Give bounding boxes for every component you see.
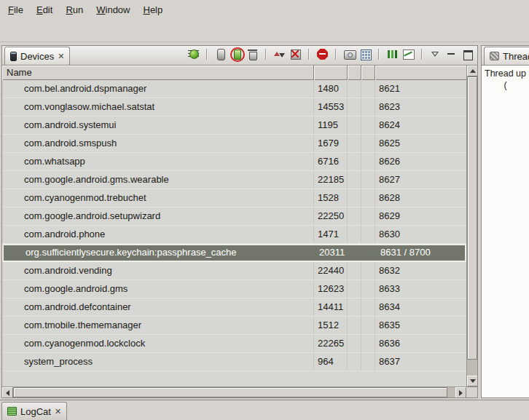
table-cell-g1 xyxy=(348,280,361,298)
stop-process-icon[interactable] xyxy=(316,47,329,60)
scroll-right-icon[interactable] xyxy=(455,387,466,397)
table-cell-port: 8631 / 8700 xyxy=(377,245,465,261)
table-row[interactable]: com.android.phone14718630 xyxy=(2,226,466,244)
table-row[interactable]: org.sufficientlysecure.keychain:passphra… xyxy=(2,244,466,262)
table-row[interactable]: com.vonglasow.michael.satstat145538623 xyxy=(2,98,466,116)
toolbar-separator xyxy=(206,49,208,60)
system-info-icon[interactable] xyxy=(385,47,399,60)
cause-gc-icon[interactable] xyxy=(246,47,259,60)
close-icon[interactable]: ✕ xyxy=(55,408,61,416)
minimize-icon[interactable] xyxy=(444,47,458,60)
table-row[interactable]: com.android.vending224408632 xyxy=(2,262,466,280)
allocation-tracker-icon[interactable] xyxy=(401,47,415,60)
table-row[interactable]: com.android.systemui11958624 xyxy=(2,116,466,135)
process-table-body: com.bel.android.dspmanager14808621com.vo… xyxy=(2,80,466,371)
menu-window[interactable]: Window xyxy=(90,1,136,18)
table-cell-name: com.cyanogenmod.trebuchet xyxy=(2,189,314,207)
table-cell-port: 8632 xyxy=(375,262,466,280)
table-cell-pid: 22185 xyxy=(314,171,348,189)
logcat-tab-label: LogCat xyxy=(20,406,51,417)
vertical-scroll-thumb[interactable] xyxy=(467,76,477,360)
table-cell-g1 xyxy=(348,335,361,352)
tab-logcat[interactable]: LogCat ✕ xyxy=(1,402,67,420)
menu-help[interactable]: Help xyxy=(136,1,169,18)
column-header-g1[interactable] xyxy=(348,66,361,80)
table-cell-g1 xyxy=(349,245,363,261)
method-profiling-icon[interactable] xyxy=(289,47,302,60)
table-cell-g2 xyxy=(361,189,375,207)
tab-devices[interactable]: Devices ✕ xyxy=(4,47,70,65)
table-cell-pid: 6716 xyxy=(314,153,348,170)
table-row[interactable]: com.google.android.gms.wearable221858627 xyxy=(2,171,466,189)
scrollbar-corner xyxy=(466,387,477,397)
table-cell-pid: 12623 xyxy=(314,280,348,298)
table-cell-g2 xyxy=(361,135,375,152)
vertical-scrollbar[interactable] xyxy=(466,66,477,387)
menu-run[interactable]: Run xyxy=(59,1,90,18)
horizontal-scroll-thumb[interactable] xyxy=(13,387,447,397)
table-row[interactable]: com.google.android.setupwizard222508629 xyxy=(2,207,466,226)
table-cell-g1 xyxy=(348,353,361,371)
scroll-up-icon[interactable] xyxy=(467,66,477,76)
update-heap-icon[interactable] xyxy=(213,47,227,60)
table-row[interactable]: com.cyanogenmod.lockclock222658636 xyxy=(2,335,466,353)
close-icon[interactable]: ✕ xyxy=(58,52,64,60)
main-area: Devices ✕ xyxy=(0,42,529,400)
table-cell-g2 xyxy=(361,98,375,116)
toolbar-separator xyxy=(308,49,310,60)
column-header-g2[interactable] xyxy=(361,66,375,80)
horizontal-scroll-track[interactable] xyxy=(13,387,455,397)
menu-edit[interactable]: Edit xyxy=(30,1,59,18)
logcat-bar: LogCat ✕ xyxy=(0,400,529,420)
table-cell-g1 xyxy=(348,80,361,98)
table-cell-g2 xyxy=(361,153,375,170)
devices-tabbar: Devices ✕ xyxy=(2,46,477,66)
column-header-name[interactable]: Name xyxy=(2,66,314,80)
table-cell-g1 xyxy=(348,189,361,207)
table-row[interactable]: com.google.android.gms126238633 xyxy=(2,280,466,298)
table-cell-g1 xyxy=(348,171,361,189)
debug-icon[interactable] xyxy=(187,47,200,60)
table-cell-port: 8633 xyxy=(375,280,466,298)
table-cell-pid: 14553 xyxy=(314,98,348,116)
table-row[interactable]: com.cyanogenmod.trebuchet15288628 xyxy=(2,189,466,207)
empty-toolbar xyxy=(0,19,529,42)
table-cell-g2 xyxy=(361,298,375,316)
table-row[interactable]: com.whatsapp67168626 xyxy=(2,153,466,171)
table-cell-g1 xyxy=(348,298,361,316)
threads-message-line1: Thread up xyxy=(482,68,529,79)
table-cell-port: 8634 xyxy=(375,298,466,316)
menu-file[interactable]: File xyxy=(1,1,30,18)
horizontal-scrollbar-row xyxy=(2,387,477,397)
view-menu-icon[interactable] xyxy=(428,47,442,60)
table-row[interactable]: com.bel.android.dspmanager14808621 xyxy=(2,80,466,98)
table-cell-pid: 1480 xyxy=(314,80,348,98)
scroll-left-icon[interactable] xyxy=(2,387,13,397)
table-row[interactable]: system_process9648637 xyxy=(2,353,466,371)
tab-threads[interactable]: Threads xyxy=(484,47,529,65)
table-cell-g2 xyxy=(361,262,375,280)
process-table-main: Name com.bel.android.dspmanager14808621c… xyxy=(2,66,466,387)
table-cell-g2 xyxy=(361,226,375,243)
table-cell-pid: 1471 xyxy=(314,226,348,243)
table-row[interactable]: com.android.defcontainer144118634 xyxy=(2,298,466,317)
table-cell-g2 xyxy=(361,280,375,298)
update-threads-icon[interactable] xyxy=(273,47,286,60)
table-cell-pid: 1679 xyxy=(314,135,348,152)
view-hierarchy-icon[interactable] xyxy=(358,47,372,60)
column-header-pid[interactable] xyxy=(314,66,348,80)
table-cell-name: com.cyanogenmod.lockclock xyxy=(2,335,314,352)
toolbar-separator xyxy=(378,49,380,60)
dump-hprof-icon[interactable] xyxy=(230,47,243,60)
vertical-scroll-track[interactable] xyxy=(467,76,477,376)
table-row[interactable]: com.android.smspush16798625 xyxy=(2,135,466,153)
screen-capture-icon[interactable] xyxy=(342,47,356,60)
threads-tabbar: Threads xyxy=(482,46,529,66)
scroll-down-icon[interactable] xyxy=(467,376,477,387)
maximize-icon[interactable] xyxy=(461,47,474,60)
column-header-port[interactable] xyxy=(375,66,466,80)
table-cell-name: com.android.vending xyxy=(2,262,314,280)
table-cell-name: com.google.android.gms xyxy=(2,280,314,298)
table-row[interactable]: com.tmobile.thememanager15128635 xyxy=(2,317,466,335)
horizontal-scrollbar[interactable] xyxy=(2,387,466,397)
